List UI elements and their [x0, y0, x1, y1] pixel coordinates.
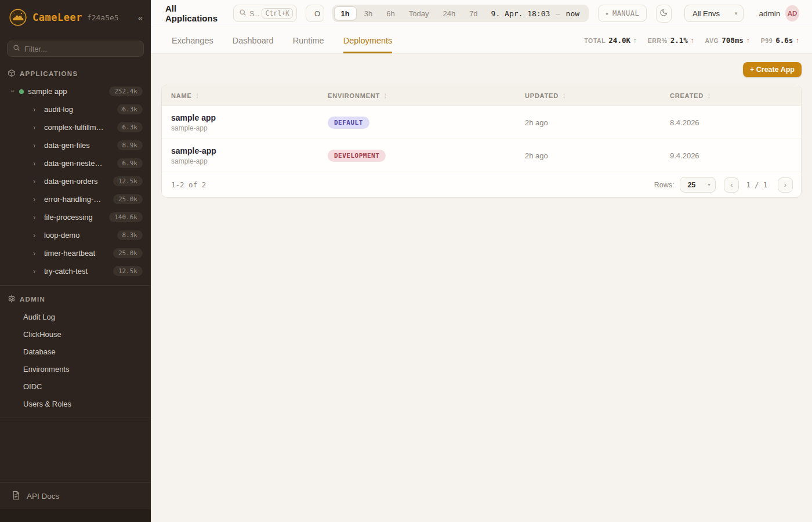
sidebar-item-clickhouse[interactable]: ClickHouse: [0, 325, 151, 343]
chevron-right-icon[interactable]: ›: [33, 267, 41, 276]
count-badge: 6.3k: [117, 104, 143, 114]
column-header-name[interactable]: NAME ⋮: [171, 92, 328, 99]
create-app-button[interactable]: + Create App: [743, 62, 802, 77]
sidebar-item-sample-app[interactable]: › sample app 252.4k: [0, 82, 151, 100]
tree-item-label: audit-log: [44, 105, 73, 114]
sidebar-item-audit-log[interactable]: › audit-log 6.3k: [0, 100, 151, 118]
sidebar-item-error-handling[interactable]: › error-handling-… 25.0k: [0, 190, 151, 208]
current-page: 1: [746, 180, 751, 189]
status-dot-icon: [19, 89, 24, 94]
app-slug: sample-app: [171, 124, 328, 132]
sidebar-item-data-gen-nested[interactable]: › data-gen-neste… 6.9k: [0, 154, 151, 172]
sidebar-item-oidc[interactable]: OIDC: [0, 378, 151, 395]
tabs: Exchanges Dashboard Runtime Deployments: [172, 27, 392, 53]
online-status-chip[interactable]: O: [306, 5, 324, 22]
time-range-today[interactable]: Today: [403, 6, 436, 20]
avatar[interactable]: AD: [785, 5, 799, 21]
chevron-right-icon[interactable]: ›: [33, 141, 41, 150]
range-end-value[interactable]: now: [563, 9, 583, 18]
chevron-right-icon[interactable]: ›: [33, 249, 41, 258]
sidebar-item-try-catch-test[interactable]: › try-catch-test 12.5k: [0, 262, 151, 280]
count-badge: 25.0k: [113, 194, 143, 204]
count-badge: 12.5k: [113, 266, 143, 276]
rows-per-page-label: Rows:: [654, 181, 675, 189]
chevron-right-icon[interactable]: ›: [33, 213, 41, 222]
column-header-created[interactable]: CREATED ⋮: [670, 92, 792, 99]
search-icon: [239, 8, 246, 19]
tab-dashboard[interactable]: Dashboard: [233, 27, 274, 53]
count-badge: 8.3k: [117, 230, 143, 240]
column-header-updated[interactable]: UPDATED ⋮: [525, 92, 670, 99]
admin-item-label: OIDC: [23, 382, 42, 391]
table-row[interactable]: sample-app sample-app DEVELOPMENT 2h ago…: [162, 139, 801, 172]
environment-filter-select[interactable]: All Envs ▾: [684, 5, 744, 22]
tab-exchanges[interactable]: Exchanges: [172, 27, 213, 53]
chevron-right-icon[interactable]: ›: [33, 159, 41, 168]
chevron-down-icon[interactable]: ›: [9, 90, 17, 92]
time-range-3h[interactable]: 3h: [358, 6, 379, 20]
time-range-1h[interactable]: 1h: [334, 6, 357, 20]
stat-total: TOTAL 24.0K ↑: [584, 36, 636, 45]
sidebar-collapse-icon[interactable]: «: [138, 13, 143, 23]
sidebar-item-users-roles[interactable]: Users & Roles: [0, 395, 151, 412]
cell-environment: DEVELOPMENT: [328, 150, 525, 162]
app-name: sample-app: [171, 146, 328, 155]
tabs-row: Exchanges Dashboard Runtime Deployments …: [151, 27, 812, 54]
admin-item-label: Environments: [23, 365, 69, 374]
tab-deployments[interactable]: Deployments: [343, 27, 393, 53]
stat-value: 6.6s: [775, 36, 793, 45]
kpi-stats: TOTAL 24.0K ↑ ERR% 2.1% ↑ AVG 708ms ↑ P9…: [584, 27, 799, 53]
rows-per-page-select[interactable]: 25 ▾: [680, 177, 716, 193]
chevron-right-icon[interactable]: ›: [33, 105, 41, 114]
pagination-controls: Rows: 25 ▾ ‹ 1 / 1 ›: [654, 177, 793, 193]
tab-runtime[interactable]: Runtime: [293, 27, 324, 53]
search-input[interactable]: [249, 9, 259, 18]
chevron-right-icon[interactable]: ›: [33, 195, 41, 204]
cell-created: 9.4.2026: [670, 151, 792, 160]
filter-input[interactable]: [24, 45, 138, 53]
table-footer: 1-2 of 2 Rows: 25 ▾ ‹ 1 / 1 ›: [162, 172, 801, 197]
applications-section-label: APPLICATIONS: [20, 70, 78, 77]
page-separator: /: [755, 180, 759, 189]
cell-environment: DEFAULT: [328, 117, 525, 129]
trend-up-icon: ↑: [691, 37, 694, 44]
environment-filter-value: All Envs: [693, 9, 720, 18]
manual-dot-icon: ●: [606, 11, 608, 16]
global-search[interactable]: Ctrl+K: [233, 5, 297, 22]
chevron-right-icon[interactable]: ›: [33, 231, 41, 240]
sidebar-item-environments[interactable]: Environments: [0, 360, 151, 378]
theme-toggle-button[interactable]: [656, 5, 672, 23]
range-start-value[interactable]: 9. Apr. 18:03: [485, 9, 554, 18]
cell-updated: 2h ago: [525, 118, 670, 127]
api-docs-label: API Docs: [27, 492, 59, 501]
prev-page-button[interactable]: ‹: [724, 177, 739, 193]
sidebar-item-complex-fulfillment[interactable]: › complex-fulfillm… 6.3k: [0, 118, 151, 136]
time-range-7d[interactable]: 7d: [463, 6, 484, 20]
time-range-24h[interactable]: 24h: [436, 6, 462, 20]
chevron-right-icon[interactable]: ›: [33, 123, 41, 132]
next-page-button[interactable]: ›: [778, 177, 793, 193]
sidebar-filter[interactable]: [7, 41, 144, 57]
tab-label: Dashboard: [233, 36, 274, 45]
sidebar-item-timer-heartbeat[interactable]: › timer-heartbeat 25.0k: [0, 244, 151, 262]
sidebar-item-data-gen-orders[interactable]: › data-gen-orders 12.5k: [0, 172, 151, 190]
sidebar-item-loop-demo[interactable]: › loop-demo 8.3k: [0, 226, 151, 244]
sidebar-item-file-processing[interactable]: › file-processing 140.6k: [0, 208, 151, 226]
tab-label: Exchanges: [172, 36, 213, 45]
sort-icon: ⋮: [706, 93, 712, 99]
sidebar-item-data-gen-files[interactable]: › data-gen-files 8.9k: [0, 136, 151, 154]
api-docs-link[interactable]: API Docs: [0, 482, 151, 509]
count-badge: 6.3k: [117, 122, 143, 132]
table-row[interactable]: sample app sample-app DEFAULT 2h ago 8.4…: [162, 106, 801, 139]
column-header-environment[interactable]: ENVIRONMENT ⋮: [328, 92, 525, 99]
sidebar-item-audit-log-admin[interactable]: Audit Log: [0, 308, 151, 325]
environment-badge: DEFAULT: [328, 117, 369, 129]
refresh-mode-button[interactable]: ● MANUAL: [598, 5, 647, 22]
page-indicator: 1 / 1: [744, 180, 770, 189]
tree-item-label: data-gen-orders: [44, 177, 98, 186]
time-range-6h[interactable]: 6h: [380, 6, 401, 20]
chevron-right-icon[interactable]: ›: [33, 177, 41, 186]
actions-row: + Create App: [161, 62, 802, 77]
sidebar-item-database[interactable]: Database: [0, 343, 151, 360]
cell-updated: 2h ago: [525, 151, 670, 160]
